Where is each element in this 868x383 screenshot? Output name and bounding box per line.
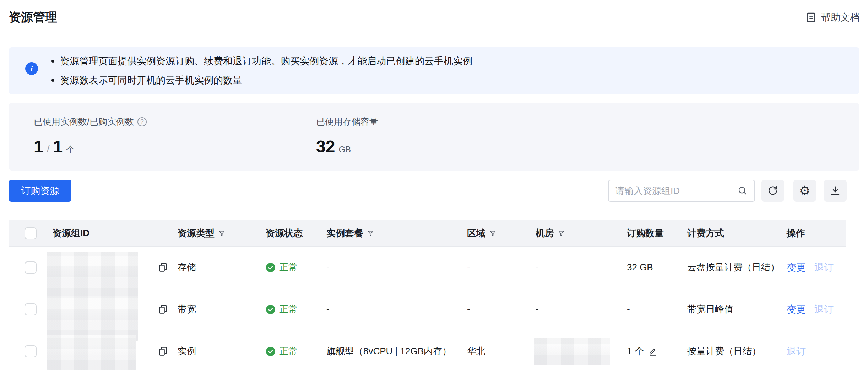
storage-count: 32	[316, 137, 335, 156]
total-count: 1	[53, 137, 63, 156]
search-box	[608, 180, 755, 202]
stat-instances: 已使用实例数/已购实例数 ? 1 / 1 个	[34, 116, 147, 156]
room: -	[536, 262, 539, 273]
page-header: 资源管理 帮助文档	[9, 8, 859, 27]
help-tooltip-icon[interactable]: ?	[137, 117, 147, 126]
check-circle-icon	[266, 304, 276, 314]
change-link[interactable]: 变更	[787, 261, 806, 274]
filter-icon[interactable]	[367, 230, 374, 237]
instance-package: -	[326, 304, 330, 315]
unit-label: 个	[66, 144, 75, 155]
used-count: 1	[34, 137, 43, 156]
separator: /	[47, 144, 50, 155]
filter-icon[interactable]	[218, 230, 226, 237]
col-region: 区域	[467, 227, 485, 239]
row-checkbox[interactable]	[25, 303, 37, 315]
filter-icon[interactable]	[558, 230, 565, 237]
unsubscribe-link[interactable]: 退订	[787, 345, 806, 358]
change-link[interactable]: 变更	[787, 303, 806, 316]
stat-storage: 已使用存储容量 32 GB	[316, 116, 378, 156]
resource-type: 存储	[178, 261, 196, 274]
resource-type: 带宽	[178, 303, 196, 315]
col-status: 资源状态	[266, 227, 303, 239]
region: -	[467, 304, 470, 315]
document-icon	[805, 12, 817, 23]
unsubscribe-link[interactable]: 退订	[814, 261, 834, 274]
select-all-checkbox[interactable]	[25, 227, 37, 239]
check-circle-icon	[266, 346, 276, 356]
help-doc-link[interactable]: 帮助文档	[805, 11, 859, 24]
stat-storage-value: 32 GB	[316, 137, 378, 156]
page-title: 资源管理	[9, 9, 57, 26]
masked-resource-id	[47, 335, 136, 370]
row-checkbox[interactable]	[25, 261, 37, 274]
copy-icon[interactable]	[158, 346, 168, 357]
unsubscribe-link[interactable]: 退订	[814, 303, 834, 316]
bullet-icon	[51, 60, 54, 63]
download-icon	[830, 185, 841, 196]
col-billing: 计费方式	[687, 227, 724, 239]
resource-management-page: 资源管理 帮助文档 i 资源管理页面提供实例资源订购、续费和退订功能。购买实例资…	[0, 0, 868, 383]
settings-button[interactable]: ⚙	[793, 180, 816, 202]
notice-line: 资源管理页面提供实例资源订购、续费和退订功能。购买实例资源，才能启动已创建的云手…	[51, 54, 849, 68]
quantity: 32 GB	[627, 262, 653, 273]
row-checkbox[interactable]	[25, 345, 37, 357]
col-room: 机房	[536, 227, 554, 239]
notice-banner: i 资源管理页面提供实例资源订购、续费和退订功能。购买实例资源，才能启动已创建的…	[9, 47, 859, 94]
resource-type: 实例	[178, 345, 196, 357]
search-icon[interactable]	[737, 185, 748, 196]
col-package: 实例套餐	[326, 227, 363, 239]
unit-label: GB	[338, 145, 351, 155]
instance-package: -	[326, 262, 330, 273]
masked-resource-id	[47, 252, 138, 298]
usage-stats-panel: 已使用实例数/已购实例数 ? 1 / 1 个 已使用存储容量 32 GB	[9, 103, 859, 171]
notice-text: 资源数表示可同时开机的云手机实例的数量	[60, 73, 242, 87]
masked-resource-id	[47, 296, 138, 341]
filter-icon[interactable]	[489, 230, 497, 237]
quantity: -	[627, 304, 630, 315]
gear-icon: ⚙	[799, 184, 810, 197]
notice-text: 资源管理页面提供实例资源订购、续费和退订功能。购买实例资源，才能启动已创建的云手…	[60, 54, 472, 68]
refresh-button[interactable]	[761, 180, 784, 202]
col-type: 资源类型	[178, 227, 215, 239]
edit-icon[interactable]	[648, 346, 658, 356]
notice-line: 资源数表示可同时开机的云手机实例的数量	[51, 73, 849, 87]
resource-table: 资源组ID 资源类型 资源状态 实例套餐 区域 机房 订购数量 计费方式 操作	[9, 220, 846, 372]
status-badge: 正常	[266, 303, 298, 315]
quantity: 1 个	[627, 345, 644, 357]
search-input[interactable]	[615, 185, 737, 196]
billing-method: 按量计费（日结）	[687, 345, 761, 357]
region: 华北	[467, 345, 485, 357]
col-actions: 操作	[787, 227, 805, 239]
table-header-row: 资源组ID 资源类型 资源状态 实例套餐 区域 机房 订购数量 计费方式 操作	[9, 220, 846, 247]
refresh-icon	[767, 185, 779, 196]
download-button[interactable]	[824, 180, 847, 202]
col-quantity: 订购数量	[627, 227, 664, 239]
order-resource-button[interactable]: 订购资源	[9, 180, 71, 202]
room: -	[536, 304, 539, 315]
help-doc-label: 帮助文档	[821, 11, 859, 24]
bullet-icon	[51, 79, 54, 82]
copy-icon[interactable]	[158, 304, 168, 315]
billing-method: 云盘按量计费（日结）	[687, 261, 777, 274]
status-badge: 正常	[266, 345, 298, 357]
status-badge: 正常	[266, 261, 298, 274]
info-icon: i	[25, 62, 38, 75]
col-group-id: 资源组ID	[53, 227, 89, 239]
stat-instances-label: 已使用实例数/已购实例数	[34, 116, 134, 128]
stat-storage-label: 已使用存储容量	[316, 116, 378, 128]
copy-icon[interactable]	[158, 262, 168, 273]
billing-method: 带宽日峰值	[687, 303, 733, 315]
masked-room-value	[534, 338, 610, 365]
check-circle-icon	[266, 263, 276, 273]
region: -	[467, 262, 470, 273]
instance-package: 旗舰型（8vCPU | 12GB内存）	[326, 345, 451, 357]
stat-instances-value: 1 / 1 个	[34, 137, 147, 156]
